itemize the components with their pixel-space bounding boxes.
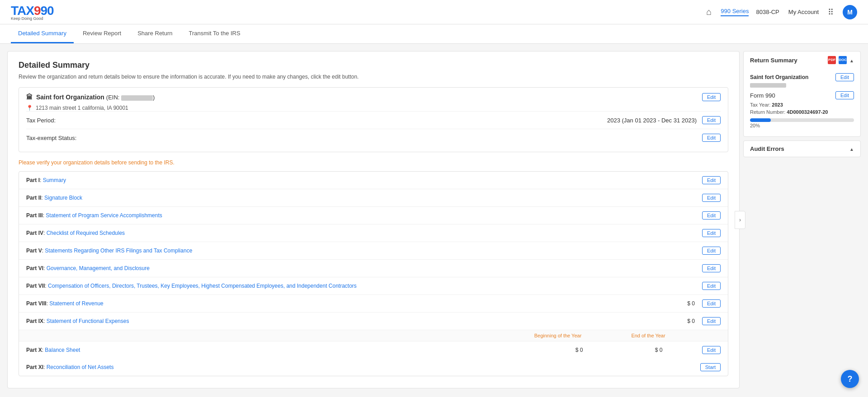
part-vi-edit-button[interactable]: Edit xyxy=(702,264,721,272)
part-right: Edit xyxy=(702,247,721,255)
part-label: Part XI: Reconciliation of Net Assets xyxy=(26,364,113,370)
tax-year-row: Tax Year: 2023 xyxy=(750,102,854,107)
pdf-icon[interactable]: PDF xyxy=(828,56,836,64)
nav-990-series[interactable]: 990 Series xyxy=(721,8,749,16)
audit-chevron-up-icon[interactable] xyxy=(849,145,854,152)
org-edit-button[interactable]: Edit xyxy=(702,93,721,101)
logo-tagline: Keep Doing Good xyxy=(11,16,54,21)
verify-notice: Please verify your organization details … xyxy=(19,159,728,166)
part-label: Part VII: Compensation of Officers, Dire… xyxy=(26,283,357,289)
tab-transmit-irs[interactable]: Transmit To the IRS xyxy=(182,24,248,43)
audit-errors-header[interactable]: Audit Errors xyxy=(744,141,860,157)
part-right: Edit xyxy=(702,176,721,184)
progress-bar-fill xyxy=(750,118,771,122)
sidebar-toggle[interactable]: › xyxy=(735,211,745,229)
logo-area: TAX990 Keep Doing Good xyxy=(11,4,54,21)
balance-header: Beginning of the Year End of the Year xyxy=(19,330,728,341)
my-account-link[interactable]: My Account xyxy=(788,9,819,15)
form-row: Form 990 Edit xyxy=(750,91,854,99)
ein-masked xyxy=(121,95,153,101)
sidebar-org-edit-button[interactable]: Edit xyxy=(835,73,854,81)
part-label: Part I: Summary xyxy=(26,177,66,183)
tax-year-value: 2023 xyxy=(772,102,783,107)
doc-icon[interactable]: DOC xyxy=(839,56,847,64)
table-row: Part VII: Compensation of Officers, Dire… xyxy=(19,277,728,295)
nav-8038-cp[interactable]: 8038-CP xyxy=(756,9,779,15)
table-row: Part XI: Reconciliation of Net Assets St… xyxy=(19,359,728,376)
part-right: Edit xyxy=(702,282,721,290)
part-x-eoy-amount: $ 0 xyxy=(623,347,695,353)
table-row: Part I: Summary Edit xyxy=(19,172,728,189)
tax-year-label: Tax Year: xyxy=(750,102,770,107)
page-subtitle: Review the organization and return detai… xyxy=(19,74,728,80)
tax-period-edit-button[interactable]: Edit xyxy=(702,116,721,124)
tabs-bar: Detailed Summary Review Report Share Ret… xyxy=(0,24,868,44)
avatar[interactable]: M xyxy=(843,5,857,19)
chevron-up-icon[interactable] xyxy=(849,57,854,64)
part-v-edit-button[interactable]: Edit xyxy=(702,247,721,255)
org-name: 🏛 Saint fort Organization (EIN: ) xyxy=(26,93,155,101)
part-right: Edit xyxy=(702,264,721,272)
part-xi-start-button[interactable]: Start xyxy=(700,363,721,371)
return-summary-org: Saint fort Organization Edit xyxy=(750,73,854,81)
content-area: › Detailed Summary Review the organizati… xyxy=(7,51,740,388)
home-icon[interactable]: ⌂ xyxy=(706,7,712,17)
part-ix-edit-button[interactable]: Edit xyxy=(702,317,721,325)
tab-review-report[interactable]: Review Report xyxy=(75,24,128,43)
part-right: Edit xyxy=(702,211,721,220)
balance-eoy-header: End of the Year xyxy=(603,333,693,338)
table-row: Part VI: Governance, Management, and Dis… xyxy=(19,260,728,277)
return-summary-section: Return Summary PDF DOC Saint fort Organi… xyxy=(743,51,861,137)
building-icon: 🏛 xyxy=(26,93,33,101)
part-x-section: Beginning of the Year End of the Year Pa… xyxy=(19,330,728,359)
table-row: Part X: Balance Sheet $ 0 $ 0 Edit xyxy=(19,341,728,359)
part-right: Edit xyxy=(702,194,721,202)
table-row: Part II: Signature Block Edit xyxy=(19,189,728,207)
table-row: Part IV: Checklist of Required Schedules… xyxy=(19,224,728,242)
sidebar-form-edit-button[interactable]: Edit xyxy=(835,91,854,99)
parts-table: Part I: Summary Edit Part II: Signature … xyxy=(19,171,728,376)
part-i-edit-button[interactable]: Edit xyxy=(702,176,721,184)
return-number-label: Return Number: xyxy=(750,109,785,115)
part-x-edit-button[interactable]: Edit xyxy=(702,346,721,354)
tab-detailed-summary[interactable]: Detailed Summary xyxy=(11,24,74,43)
return-summary-content: Saint fort Organization Edit Form 990 Ed… xyxy=(744,69,860,136)
return-summary-icons: PDF DOC xyxy=(828,56,854,64)
part-label: Part III: Statement of Program Service A… xyxy=(26,212,162,219)
part-ii-edit-button[interactable]: Edit xyxy=(702,194,721,202)
part-right: $ 0 Edit xyxy=(672,317,721,325)
tax-exempt-edit-button[interactable]: Edit xyxy=(702,134,721,142)
table-row: Part IX: Statement of Functional Expense… xyxy=(19,313,728,330)
address-text: 1213 main street 1 california, IA 90001 xyxy=(36,105,128,111)
org-header: 🏛 Saint fort Organization (EIN: ) Edit xyxy=(26,93,721,101)
return-summary-header[interactable]: Return Summary PDF DOC xyxy=(744,51,860,69)
header: TAX990 Keep Doing Good ⌂ 990 Series 8038… xyxy=(0,0,868,24)
table-row: Part III: Statement of Program Service A… xyxy=(19,207,728,224)
part-right: $ 0 $ 0 Edit xyxy=(543,346,721,354)
grid-icon[interactable]: ⠿ xyxy=(828,7,834,17)
main-layout: › Detailed Summary Review the organizati… xyxy=(0,44,868,396)
org-address: 📍 1213 main street 1 california, IA 9000… xyxy=(26,105,721,111)
tab-share-return[interactable]: Share Return xyxy=(130,24,179,43)
part-label: Part II: Signature Block xyxy=(26,195,82,201)
org-section: 🏛 Saint fort Organization (EIN: ) Edit 📍… xyxy=(19,87,728,152)
right-sidebar: Return Summary PDF DOC Saint fort Organi… xyxy=(743,51,861,388)
tax-period-value: 2023 (Jan 01 2023 - Dec 31 2023) xyxy=(607,117,697,124)
part-right: Start xyxy=(700,363,721,371)
org-ein: (EIN: ) xyxy=(106,94,155,101)
part-label: Part X: Balance Sheet xyxy=(26,347,80,353)
tax-period-right: 2023 (Jan 01 2023 - Dec 31 2023) Edit xyxy=(607,116,721,124)
part-right: $ 0 Edit xyxy=(672,299,721,308)
masked-ein xyxy=(750,83,786,88)
page-title: Detailed Summary xyxy=(19,61,728,70)
return-number-value: 4D0000324697-20 xyxy=(787,109,828,115)
part-viii-edit-button[interactable]: Edit xyxy=(702,299,721,308)
form-label: Form 990 xyxy=(750,92,775,99)
tax-exempt-row: Tax-exempt Status: Edit xyxy=(26,129,721,146)
progress-container: 20% xyxy=(750,118,854,128)
part-vii-edit-button[interactable]: Edit xyxy=(702,282,721,290)
part-iii-edit-button[interactable]: Edit xyxy=(702,211,721,220)
help-button[interactable]: ? xyxy=(841,370,859,388)
part-iv-edit-button[interactable]: Edit xyxy=(702,229,721,237)
part-label: Part V: Statements Regarding Other IRS F… xyxy=(26,248,192,254)
